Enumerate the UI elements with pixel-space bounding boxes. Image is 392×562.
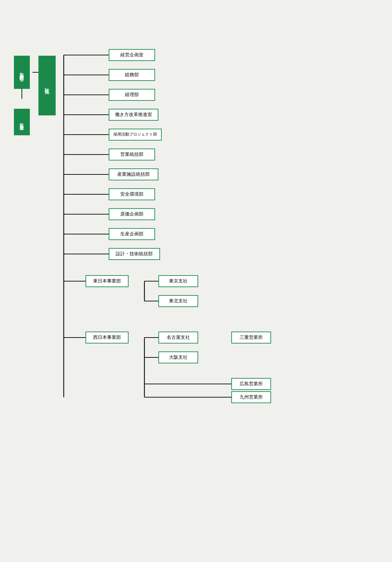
kyushu-eigyosho-node: 九州営業所 bbox=[231, 391, 271, 403]
chart-wrapper: 取締役会 監査役 社長 bbox=[14, 49, 378, 513]
sekkei-gijutsu-node: 設計・技術統括部 bbox=[109, 248, 160, 260]
shacho-column: 社長 bbox=[38, 49, 56, 115]
keiribu-node: 経理部 bbox=[109, 89, 155, 101]
sangyoshisetsu-tokatsubu-node: 産業施設統括部 bbox=[109, 168, 158, 180]
anzen-kankyobu-node: 安全環境部 bbox=[109, 188, 155, 200]
mie-eigyosho-node: 三重営業所 bbox=[231, 332, 271, 343]
left-column: 取締役会 監査役 bbox=[14, 49, 30, 135]
torishimariyakukai-box: 取締役会 bbox=[14, 56, 30, 89]
tokyo-shisha-node: 東京支社 bbox=[158, 275, 198, 287]
somubu-node: 総務部 bbox=[109, 69, 155, 81]
higashi-jigyobu-node: 東日本事業部 bbox=[85, 275, 129, 287]
genka-kikakubu-node: 原価企画部 bbox=[109, 208, 155, 220]
osaka-shisha-node: 大阪支社 bbox=[158, 351, 198, 363]
seisan-kikakubu-node: 生産企画部 bbox=[109, 228, 155, 240]
keiei-kikakushitsu-node: 経営企画室 bbox=[109, 49, 155, 61]
saiyo-project-node: 採用活動プロジェクト部 bbox=[109, 129, 162, 141]
org-chart: 取締役会 監査役 社長 bbox=[14, 49, 378, 513]
shacho-box: 社長 bbox=[38, 56, 56, 115]
tree-area: 経営企画室 総務部 経理部 働き方改革推進室 採用活動プロジェクト部 営業統括部… bbox=[56, 49, 378, 513]
nishi-jigyobu-node: 西日本事業部 bbox=[85, 332, 129, 343]
hataraki-kaikaku-node: 働き方改革推進室 bbox=[109, 109, 158, 121]
eigyo-tokatsubu-node: 営業統括部 bbox=[109, 149, 155, 160]
hiroshima-eigyosho-node: 広島営業所 bbox=[231, 378, 271, 390]
nagoya-shisha-node: 名古屋支社 bbox=[158, 332, 198, 343]
tohoku-shisha-node: 東北支社 bbox=[158, 295, 198, 307]
kansayaku-box: 監査役 bbox=[14, 109, 30, 135]
